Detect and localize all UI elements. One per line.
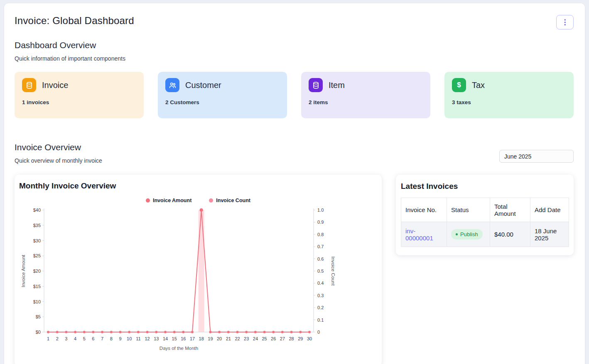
- svg-text:30: 30: [307, 336, 312, 341]
- total-amount-cell: $40.00: [490, 222, 530, 247]
- stat-label: Customer: [185, 81, 221, 90]
- stat-count: 2 Customers: [165, 99, 280, 105]
- table-header-row: Invoice No. Status Total Amount Add Date: [401, 198, 569, 222]
- svg-text:10: 10: [127, 336, 132, 341]
- svg-text:26: 26: [271, 336, 276, 341]
- svg-text:22: 22: [235, 336, 240, 341]
- svg-text:$40: $40: [33, 208, 41, 213]
- svg-text:17: 17: [190, 336, 195, 341]
- stat-card-item: Item 2 items: [301, 72, 430, 118]
- svg-text:$30: $30: [33, 238, 41, 243]
- dashboard-overview-subtitle: Quick information of important component…: [15, 55, 574, 62]
- add-date-cell: 18 June 2025: [530, 222, 569, 247]
- svg-text:24: 24: [253, 336, 258, 341]
- svg-text:$0: $0: [36, 330, 41, 335]
- svg-text:19: 19: [208, 336, 213, 341]
- legend-item-invoice-count[interactable]: Invoice Count: [209, 198, 250, 203]
- latest-invoices-heading: Latest Invoices: [401, 182, 569, 191]
- stat-label: Item: [329, 81, 345, 90]
- svg-text:Invoice Amount: Invoice Amount: [21, 254, 26, 287]
- svg-text:27: 27: [280, 336, 285, 341]
- svg-text:4: 4: [74, 336, 76, 341]
- svg-text:16: 16: [181, 336, 186, 341]
- svg-text:$25: $25: [33, 253, 41, 258]
- stat-label: Tax: [472, 81, 485, 90]
- invoice-number-link[interactable]: inv-00000001: [405, 227, 433, 242]
- chart-legend: Invoice Amount Invoice Count: [19, 198, 377, 203]
- svg-text:18: 18: [199, 336, 204, 341]
- svg-text:1.0: 1.0: [317, 208, 324, 213]
- svg-text:3: 3: [65, 336, 67, 341]
- page-header: Invoice: Global Dashboard ⋮: [15, 15, 574, 29]
- content-row: Monthly Invoice Overview Invoice Amount …: [15, 175, 574, 364]
- svg-text:0.2: 0.2: [317, 305, 324, 310]
- kebab-icon: ⋮: [562, 18, 569, 27]
- status-dot-icon: [456, 233, 458, 235]
- invoice-overview-heading: Invoice Overview: [15, 142, 574, 152]
- stat-card-tax: $ Tax 3 taxes: [444, 72, 574, 118]
- items-icon: [309, 78, 323, 92]
- month-filter-select[interactable]: June 2025: [499, 150, 574, 163]
- svg-text:$10: $10: [33, 299, 41, 304]
- svg-text:0.6: 0.6: [317, 257, 324, 261]
- dashboard-overview-heading: Dashboard Overview: [15, 40, 574, 50]
- latest-invoices-card: Latest Invoices Invoice No. Status Total…: [396, 175, 574, 255]
- svg-text:23: 23: [244, 336, 249, 341]
- col-status: Status: [447, 198, 490, 222]
- col-total-amount: Total Amount: [490, 198, 530, 222]
- col-invoice-no: Invoice No.: [401, 198, 447, 222]
- svg-text:14: 14: [163, 336, 168, 341]
- svg-text:13: 13: [154, 336, 159, 341]
- svg-text:0.5: 0.5: [317, 269, 324, 274]
- svg-text:29: 29: [298, 336, 303, 341]
- svg-text:0.7: 0.7: [317, 244, 324, 249]
- svg-text:9: 9: [119, 336, 121, 341]
- status-badge: Publish: [451, 229, 483, 239]
- svg-text:0.8: 0.8: [317, 232, 324, 237]
- svg-text:$5: $5: [36, 314, 41, 319]
- svg-text:25: 25: [262, 336, 267, 341]
- customers-icon: [165, 78, 179, 92]
- chart-title: Monthly Invoice Overview: [19, 181, 377, 191]
- col-add-date: Add Date: [530, 198, 569, 222]
- svg-text:20: 20: [217, 336, 222, 341]
- svg-text:21: 21: [226, 336, 231, 341]
- table-row: inv-00000001 Publish $40.00 18 June 2025: [401, 222, 569, 247]
- monthly-invoice-chart: $0$5$10$15$20$25$30$35$4000.10.20.30.40.…: [19, 208, 377, 354]
- svg-text:1: 1: [47, 336, 49, 341]
- legend-marker-count: [209, 198, 213, 203]
- page-menu-button[interactable]: ⋮: [556, 15, 574, 29]
- svg-text:Invoice Count: Invoice Count: [331, 257, 336, 286]
- page-title: Invoice: Global Dashboard: [15, 15, 134, 27]
- legend-marker-amount: [146, 198, 150, 203]
- invoice-icon: [22, 78, 36, 92]
- svg-text:15: 15: [172, 336, 177, 341]
- stat-count: 3 taxes: [452, 99, 566, 105]
- stat-card-customer: Customer 2 Customers: [158, 72, 287, 118]
- svg-text:0.1: 0.1: [317, 318, 324, 322]
- svg-text:$35: $35: [33, 223, 41, 228]
- stat-count: 1 invoices: [22, 99, 136, 105]
- stat-label: Invoice: [42, 81, 68, 90]
- svg-text:0: 0: [317, 330, 320, 335]
- latest-invoices-table: Invoice No. Status Total Amount Add Date…: [401, 198, 569, 247]
- svg-text:0.4: 0.4: [317, 281, 324, 286]
- svg-text:0.3: 0.3: [317, 293, 324, 298]
- svg-text:8: 8: [110, 336, 113, 341]
- svg-text:2: 2: [56, 336, 59, 341]
- svg-text:7: 7: [101, 336, 103, 341]
- month-filter-value: June 2025: [504, 153, 531, 160]
- main-card: Invoice: Global Dashboard ⋮ Dashboard Ov…: [4, 3, 585, 364]
- stat-count: 2 items: [309, 99, 423, 105]
- svg-text:28: 28: [289, 336, 294, 341]
- svg-text:6: 6: [92, 336, 94, 341]
- svg-text:$20: $20: [33, 269, 41, 274]
- svg-text:12: 12: [145, 336, 150, 341]
- svg-text:0.9: 0.9: [317, 220, 324, 225]
- invoice-overview-section: Invoice Overview Quick overview of month…: [15, 142, 574, 164]
- monthly-invoice-chart-card: Monthly Invoice Overview Invoice Amount …: [15, 175, 382, 364]
- svg-text:$15: $15: [33, 284, 41, 289]
- svg-text:11: 11: [136, 336, 140, 341]
- legend-item-invoice-amount[interactable]: Invoice Amount: [146, 198, 191, 203]
- stat-card-invoice: Invoice 1 invoices: [15, 72, 144, 118]
